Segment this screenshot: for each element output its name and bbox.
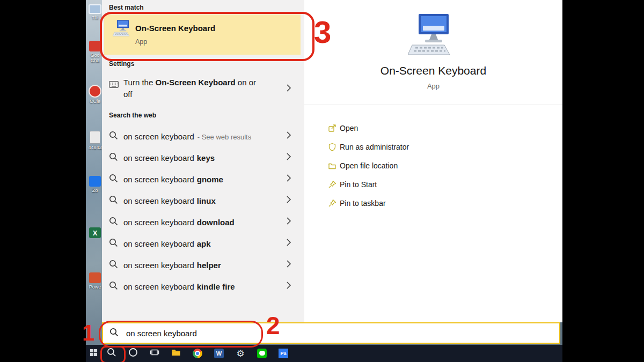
pin-to-taskbar-icon bbox=[328, 199, 340, 208]
web-suggestion[interactable]: on screen keyboardkindle fire bbox=[102, 276, 304, 297]
desktop-icon-chrome[interactable]: Goo Cha bbox=[86, 41, 104, 63]
desktop-icon-excel[interactable]: X bbox=[86, 227, 104, 239]
suggestion-text: on screen keyboard- See web results bbox=[123, 132, 251, 141]
best-match-subtitle: App bbox=[135, 38, 147, 46]
best-match-header: Best match bbox=[109, 4, 144, 11]
web-suggestion[interactable]: on screen keyboardlinux bbox=[102, 190, 304, 211]
task-view-icon bbox=[150, 348, 159, 359]
web-suggestion[interactable]: on screen keyboardkeys bbox=[102, 147, 304, 168]
cortana-button[interactable] bbox=[122, 345, 144, 362]
chrome-button[interactable] bbox=[187, 345, 208, 362]
chevron-right-icon bbox=[286, 217, 291, 227]
suggestion-text: on screen keyboardhelper bbox=[123, 261, 221, 270]
chevron-right-icon bbox=[286, 195, 291, 206]
search-icon bbox=[109, 217, 118, 228]
chevron-right-icon bbox=[286, 260, 291, 270]
search-icon bbox=[107, 348, 116, 359]
action-label: Pin to Start bbox=[340, 180, 377, 189]
action-open-file-location[interactable]: Open file location bbox=[328, 156, 409, 175]
taskbar-search-button[interactable] bbox=[101, 345, 122, 362]
cortana-icon bbox=[128, 348, 138, 359]
ccleaner-icon bbox=[89, 85, 101, 98]
desktop-icon-this-pc[interactable]: Thi bbox=[86, 3, 104, 20]
taskbar-search-box[interactable] bbox=[102, 322, 560, 344]
desktop-icon-document[interactable]: 44843 bbox=[86, 131, 104, 150]
chrome-icon bbox=[193, 349, 202, 358]
run-as-administrator-icon bbox=[328, 143, 340, 151]
suggestion-text: on screen keyboardlinux bbox=[123, 196, 216, 205]
windows-screen: Thi Goo Cha CCle 44843 Zo X Powe Best ma… bbox=[0, 0, 644, 362]
search-icon bbox=[109, 328, 119, 339]
web-suggestion[interactable]: on screen keyboardhelper bbox=[102, 254, 304, 276]
keyboard-icon bbox=[109, 80, 119, 90]
excel-icon: X bbox=[89, 227, 101, 238]
chevron-right-icon bbox=[286, 238, 291, 249]
chevron-right-icon bbox=[286, 174, 291, 184]
desktop-icon-powerpoint[interactable]: Powe bbox=[86, 272, 104, 290]
open-file-location-icon bbox=[328, 161, 340, 170]
action-label: Open file location bbox=[340, 161, 398, 170]
desktop-icon-label: Zo bbox=[92, 188, 98, 193]
search-icon bbox=[109, 174, 118, 185]
chrome-shortcut-icon bbox=[89, 41, 101, 51]
line-icon bbox=[257, 349, 267, 358]
chevron-right-icon bbox=[286, 281, 291, 292]
zalo-icon bbox=[89, 176, 101, 187]
document-icon bbox=[90, 131, 100, 144]
start-button[interactable] bbox=[86, 345, 101, 362]
desktop-icon-label: 44843 bbox=[88, 145, 101, 150]
action-run-as-administrator[interactable]: Run as administrator bbox=[328, 137, 409, 156]
desktop-icon-label: Thi bbox=[92, 15, 99, 20]
action-label: Pin to taskbar bbox=[340, 199, 386, 208]
search-icon bbox=[109, 260, 118, 271]
search-icon bbox=[109, 195, 118, 206]
chevron-right-icon bbox=[286, 131, 291, 142]
chevron-right-icon bbox=[286, 84, 291, 94]
web-suggestion[interactable]: on screen keyboarddownload bbox=[102, 211, 304, 233]
suggestion-text: on screen keyboardgnome bbox=[123, 175, 223, 184]
search-input[interactable] bbox=[125, 328, 299, 338]
settings-result-osk-toggle[interactable]: Turn the On-Screen Keyboard on or off bbox=[102, 72, 304, 106]
on-screen-keyboard-icon bbox=[113, 19, 133, 40]
action-pin-to-start[interactable]: Pin to Start bbox=[328, 175, 409, 194]
web-suggestion[interactable]: on screen keyboardapk bbox=[102, 233, 304, 254]
powerpoint-icon bbox=[89, 272, 101, 283]
line-app-button[interactable] bbox=[251, 345, 273, 362]
desktop-icon-label: Goo Cha bbox=[86, 53, 104, 63]
desktop-icon-ccleaner[interactable]: CCle bbox=[86, 85, 104, 104]
settings-header: Settings bbox=[109, 60, 134, 68]
word-icon: W bbox=[214, 349, 224, 358]
on-screen-keyboard-icon-large bbox=[408, 13, 459, 60]
details-app-title: On-Screen Keyboard bbox=[304, 64, 562, 77]
word-button[interactable]: W bbox=[208, 345, 230, 362]
chevron-right-icon bbox=[286, 152, 291, 163]
best-match-result[interactable]: On-Screen Keyboard App bbox=[104, 14, 301, 55]
desktop-icon-zalo[interactable]: Zo bbox=[86, 176, 104, 193]
web-suggestion[interactable]: on screen keyboard- See web results bbox=[102, 125, 304, 147]
suggestion-text: on screen keyboardkeys bbox=[123, 153, 215, 162]
suggestion-text: on screen keyboardkindle fire bbox=[123, 282, 235, 291]
gear-icon: ⚙ bbox=[236, 349, 244, 358]
result-details-pane: On-Screen Keyboard App Open Run as admin… bbox=[304, 0, 562, 322]
search-icon bbox=[109, 281, 118, 292]
action-open[interactable]: Open bbox=[328, 119, 409, 137]
settings-button[interactable]: ⚙ bbox=[230, 345, 251, 362]
file-explorer-button[interactable] bbox=[165, 345, 187, 362]
search-results-pane: Best match On-Screen Keyboard App Settin… bbox=[102, 0, 304, 322]
search-icon bbox=[109, 152, 118, 164]
task-view-button[interactable] bbox=[144, 345, 165, 362]
action-label: Open bbox=[340, 124, 358, 132]
open-icon bbox=[328, 124, 340, 132]
action-pin-to-taskbar[interactable]: Pin to taskbar bbox=[328, 194, 409, 212]
paint-button[interactable]: Pa bbox=[273, 345, 294, 362]
pin-to-start-icon bbox=[328, 180, 340, 189]
search-the-web-header: Search the web bbox=[109, 112, 156, 119]
details-app-subtitle: App bbox=[304, 82, 562, 90]
desktop-icon-label: Powe bbox=[89, 284, 101, 290]
windows-logo-icon bbox=[90, 349, 98, 359]
suggestion-text: on screen keyboardapk bbox=[123, 239, 211, 248]
web-suggestion[interactable]: on screen keyboardgnome bbox=[102, 168, 304, 190]
desktop-icon-label: CCle bbox=[90, 99, 100, 104]
search-icon bbox=[109, 131, 118, 142]
best-match-title: On-Screen Keyboard bbox=[135, 24, 215, 33]
